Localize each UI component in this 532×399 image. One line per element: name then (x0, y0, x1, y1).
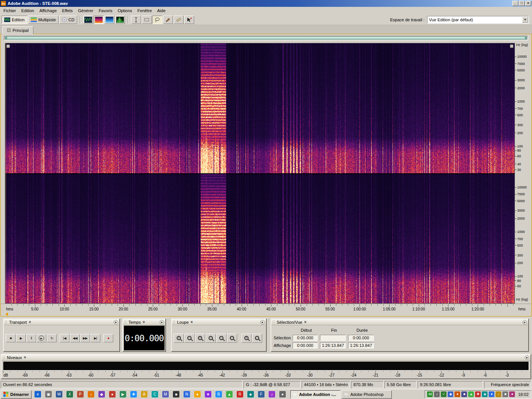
loupe-zoom-in-time-button[interactable] (195, 334, 205, 343)
spectrogram-left-channel[interactable] (5, 43, 515, 173)
niveaux-close-icon[interactable]: × (24, 356, 26, 359)
panel-handle-right[interactable] (510, 44, 513, 48)
edition-view-button[interactable]: Edition (2, 16, 27, 24)
quick-launch-icon[interactable]: B (215, 391, 222, 397)
scroll-left-arrow-icon[interactable] (5, 312, 8, 316)
menu-item-aide[interactable]: Aide (155, 8, 168, 14)
tray-icon[interactable]: ✓ (441, 391, 446, 397)
menu-item-fenetre[interactable]: Fenêtre (135, 8, 155, 14)
transport-go-to-end-button[interactable]: ▶| (90, 334, 100, 342)
spectral-display-button[interactable] (94, 16, 104, 24)
quick-launch-icon[interactable]: ♪ (269, 391, 275, 397)
overview-range-bar[interactable] (5, 36, 527, 40)
time-ruler[interactable]: 5:0010:0015:0020:0025:0030:0035:0040:004… (1, 304, 531, 312)
quick-launch-icon[interactable]: ● (194, 391, 201, 397)
quick-launch-icon[interactable]: ▣ (45, 391, 52, 397)
spectrogram-right-channel[interactable] (5, 174, 515, 303)
tray-icon[interactable]: ■ (461, 391, 467, 397)
menu-item-favoris[interactable]: Favoris (96, 8, 115, 14)
view-start-field[interactable]: 0:00.000 (293, 342, 318, 348)
panel-handle-left[interactable] (6, 44, 10, 48)
quick-launch-icon[interactable]: A (141, 391, 147, 397)
spectral-pan-display-button[interactable] (104, 16, 114, 24)
tool-time-selection-button[interactable] (131, 16, 141, 24)
playhead-cursor[interactable] (6, 43, 6, 303)
loupe-zoom-out-vertical-button[interactable] (252, 334, 262, 343)
quick-launch-icon[interactable]: R (237, 391, 243, 397)
quick-launch-icon[interactable]: X (66, 391, 73, 397)
tray-icon[interactable]: ■ (502, 391, 508, 397)
loupe-menu-icon[interactable]: ▶ (260, 320, 265, 325)
menu-item-generer[interactable]: Générer (75, 8, 96, 14)
panel-gripper[interactable] (3, 355, 5, 359)
selvue-close-icon[interactable]: × (304, 320, 306, 324)
quick-launch-icon[interactable]: e (35, 391, 41, 397)
restore-button[interactable]: □ (519, 1, 525, 6)
transport-play-from-cursor-button[interactable]: ▶ (36, 334, 46, 342)
temps-menu-icon[interactable]: ▶ (160, 320, 164, 325)
freq-ruler[interactable]: Hz (log) Hz (log) 1000070005000300020001… (515, 42, 532, 304)
quick-launch-icon[interactable]: ● (279, 391, 286, 397)
transport-stop-button[interactable]: ■ (6, 334, 16, 342)
quick-launch-icon[interactable]: M (162, 391, 169, 397)
loupe-zoom-in-vertical-button[interactable] (241, 334, 252, 343)
tray-icon[interactable]: ♪ (496, 391, 501, 397)
close-button[interactable]: × (525, 1, 531, 6)
workspace-select[interactable]: Vue Edition (par défaut) ▼ (427, 16, 529, 24)
quick-launch-icon[interactable]: ◈ (247, 391, 254, 397)
transport-record-button[interactable]: ● (103, 334, 113, 342)
panel-gripper[interactable] (5, 320, 7, 324)
transport-loop-button[interactable]: ↻ (47, 334, 57, 342)
tray-icon[interactable]: ♪ (434, 391, 440, 397)
quick-launch-icon[interactable]: ● (109, 391, 116, 397)
transport-pause-button[interactable]: ‖ (26, 334, 36, 342)
cd-view-button[interactable]: CD (59, 16, 77, 24)
loupe-zoom-out-horizontal-button[interactable] (184, 334, 195, 343)
quick-launch-icon[interactable]: ✚ (130, 391, 137, 397)
phase-display-button[interactable] (115, 16, 125, 24)
tool-lasso-selection-button[interactable] (152, 16, 162, 24)
transport-go-to-start-button[interactable]: |◀ (60, 334, 70, 342)
quick-launch-icon[interactable]: ▲ (226, 391, 233, 397)
tray-icon[interactable]: ✚ (475, 391, 481, 397)
tray-icon[interactable]: ◈ (482, 391, 488, 397)
loupe-zoom-reset-button[interactable] (227, 334, 237, 343)
dropdown-arrow-icon[interactable]: ▼ (522, 17, 528, 23)
selection-duration-field[interactable]: 0:00.000 (348, 335, 374, 341)
transport-play-button[interactable]: ▶ (16, 334, 26, 342)
menu-item-options[interactable]: Options (115, 8, 135, 14)
selection-end-field[interactable] (320, 335, 346, 341)
transport-close-icon[interactable]: × (29, 320, 31, 324)
panel-gripper[interactable] (124, 320, 127, 324)
panel-gripper[interactable] (272, 320, 275, 324)
menu-item-edition[interactable]: Edition (19, 8, 37, 14)
selection-start-field[interactable]: 0:00.000 (293, 335, 318, 341)
quick-launch-icon[interactable]: F (258, 391, 264, 397)
tray-icon[interactable]: ● (489, 391, 494, 397)
selvue-menu-icon[interactable]: ▶ (522, 320, 527, 325)
transport-rewind-button[interactable]: ◀◀ (70, 334, 80, 342)
task-button-photoshop[interactable]: Ps Adobe Photoshop (342, 390, 392, 399)
niveaux-menu-icon[interactable]: ▶ (525, 355, 529, 360)
tray-icon[interactable]: ▲ (468, 391, 474, 397)
overview-scrollbar[interactable] (4, 36, 528, 40)
temps-close-icon[interactable]: × (142, 320, 145, 324)
minimize-button[interactable]: _ (512, 1, 518, 6)
tool-effects-brush-button[interactable] (163, 16, 173, 24)
quick-launch-icon[interactable]: ▶ (120, 391, 126, 397)
tray-icon[interactable]: ● (509, 391, 515, 397)
quick-launch-icon[interactable]: C (152, 391, 158, 397)
quick-launch-icon[interactable]: ■ (173, 391, 179, 397)
task-button-audition[interactable]: Au Adobe Audition -... (290, 390, 340, 399)
loupe-zoom-in-horizontal-button[interactable] (174, 334, 184, 343)
tool-spot-healing-button[interactable] (174, 16, 184, 24)
menu-item-effets[interactable]: Effets (59, 8, 75, 14)
quick-launch-icon[interactable]: ♪ (88, 391, 94, 397)
tab-principal[interactable]: Principal (2, 26, 33, 34)
view-end-field[interactable]: 1:26:13.847 (320, 342, 346, 348)
panel-gripper[interactable] (173, 320, 175, 324)
quick-launch-icon[interactable]: ★ (205, 391, 211, 397)
waveform-display-button[interactable] (83, 16, 93, 24)
tray-icon[interactable]: ● (454, 391, 460, 397)
tool-marquee-selection-button[interactable] (142, 16, 152, 24)
